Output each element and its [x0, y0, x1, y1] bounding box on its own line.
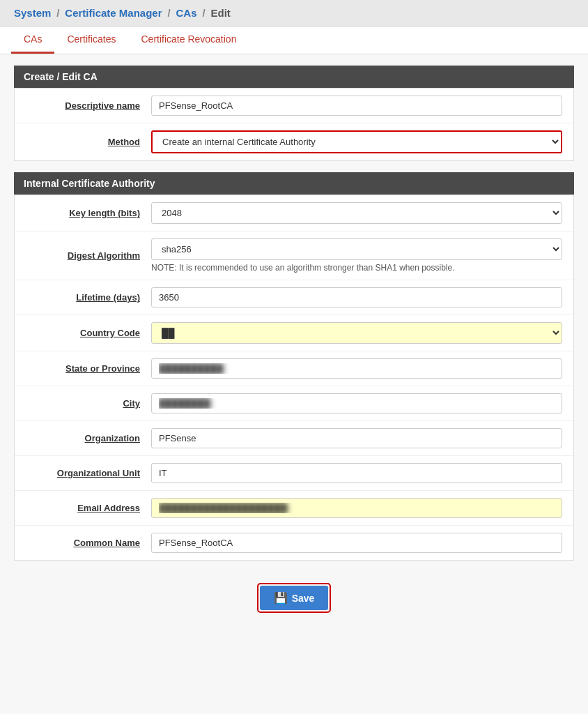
descriptive-name-row: Descriptive name	[15, 89, 573, 123]
common-name-row: Common Name	[15, 526, 573, 560]
save-icon: 💾	[274, 591, 288, 605]
descriptive-name-label: Descriptive name	[26, 100, 151, 111]
org-unit-field	[151, 463, 562, 483]
state-province-field	[151, 358, 562, 379]
country-code-field: ██ US GB DE	[151, 322, 562, 344]
common-name-input[interactable]	[151, 533, 562, 553]
breadcrumb-cas[interactable]: CAs	[176, 7, 197, 19]
state-province-row: State or Province	[15, 351, 573, 386]
org-unit-input[interactable]	[151, 463, 562, 483]
email-input[interactable]	[151, 498, 562, 518]
country-code-label: Country Code	[26, 328, 151, 338]
common-name-field	[151, 533, 562, 553]
method-row: Method Create an internal Certificate Au…	[15, 123, 573, 160]
create-edit-ca-header: Create / Edit CA	[14, 66, 574, 88]
state-province-label: State or Province	[26, 363, 151, 374]
method-select-wrapper: Create an internal Certificate Authority…	[151, 130, 562, 153]
save-button[interactable]: 💾 Save	[260, 586, 329, 610]
key-length-field: 512 1024 2048 4096	[151, 202, 562, 224]
key-length-select[interactable]: 512 1024 2048 4096	[151, 202, 562, 224]
breadcrumb-sep2: /	[167, 7, 170, 19]
common-name-label: Common Name	[26, 538, 151, 548]
save-button-label: Save	[292, 593, 315, 604]
breadcrumb: System / Certificate Manager / CAs / Edi…	[0, 0, 588, 26]
breadcrumb-cert-manager[interactable]: Certificate Manager	[65, 7, 162, 19]
breadcrumb-sep1: /	[56, 7, 59, 19]
breadcrumb-edit: Edit	[210, 7, 230, 19]
tab-cas[interactable]: CAs	[11, 26, 54, 54]
digest-algorithm-select[interactable]: sha1 sha224 sha256 sha384 sha512	[151, 238, 562, 260]
internal-ca-panel: Key length (bits) 512 1024 2048 4096 Dig…	[14, 195, 574, 561]
city-row: City	[15, 386, 573, 421]
lifetime-input[interactable]	[151, 287, 562, 307]
create-edit-ca-panel: Descriptive name Method Create an intern…	[14, 88, 574, 161]
main-content: Create / Edit CA Descriptive name Method…	[0, 54, 588, 641]
organization-field	[151, 428, 562, 448]
digest-algorithm-row: Digest Algorithm sha1 sha224 sha256 sha3…	[15, 231, 573, 280]
digest-algorithm-label: Digest Algorithm	[26, 250, 151, 261]
country-code-row: Country Code ██ US GB DE	[15, 315, 573, 351]
method-label: Method	[26, 137, 151, 147]
organization-row: Organization	[15, 421, 573, 456]
email-field-container	[151, 498, 562, 518]
key-length-label: Key length (bits)	[26, 208, 151, 218]
internal-ca-header: Internal Certificate Authority	[14, 172, 574, 195]
breadcrumb-sep3: /	[202, 7, 205, 19]
city-label: City	[26, 398, 151, 409]
city-field	[151, 393, 562, 413]
digest-algorithm-field: sha1 sha224 sha256 sha384 sha512 NOTE: I…	[151, 238, 562, 273]
descriptive-name-input[interactable]	[151, 96, 562, 116]
digest-note: NOTE: It is recommended to use an algori…	[151, 263, 562, 273]
state-province-input[interactable]	[151, 358, 562, 379]
tabs-bar: CAs Certificates Certificate Revocation	[0, 26, 588, 54]
lifetime-label: Lifetime (days)	[26, 292, 151, 303]
lifetime-row: Lifetime (days)	[15, 280, 573, 315]
email-row: Email Address	[15, 491, 573, 526]
method-select[interactable]: Create an internal Certificate Authority…	[153, 132, 561, 152]
tab-certificate-revocation[interactable]: Certificate Revocation	[128, 26, 249, 54]
method-field: Create an internal Certificate Authority…	[151, 130, 562, 153]
lifetime-field	[151, 287, 562, 307]
country-code-select[interactable]: ██ US GB DE	[151, 322, 562, 344]
tab-certificates[interactable]: Certificates	[54, 26, 128, 54]
breadcrumb-system[interactable]: System	[14, 7, 51, 19]
org-unit-row: Organizational Unit	[15, 456, 573, 491]
city-input[interactable]	[151, 393, 562, 413]
save-area: 💾 Save	[14, 572, 574, 630]
descriptive-name-field	[151, 96, 562, 116]
org-unit-label: Organizational Unit	[26, 468, 151, 478]
organization-input[interactable]	[151, 428, 562, 448]
organization-label: Organization	[26, 433, 151, 443]
email-label: Email Address	[26, 503, 151, 513]
key-length-row: Key length (bits) 512 1024 2048 4096	[15, 195, 573, 231]
save-button-wrapper: 💾 Save	[257, 583, 332, 613]
